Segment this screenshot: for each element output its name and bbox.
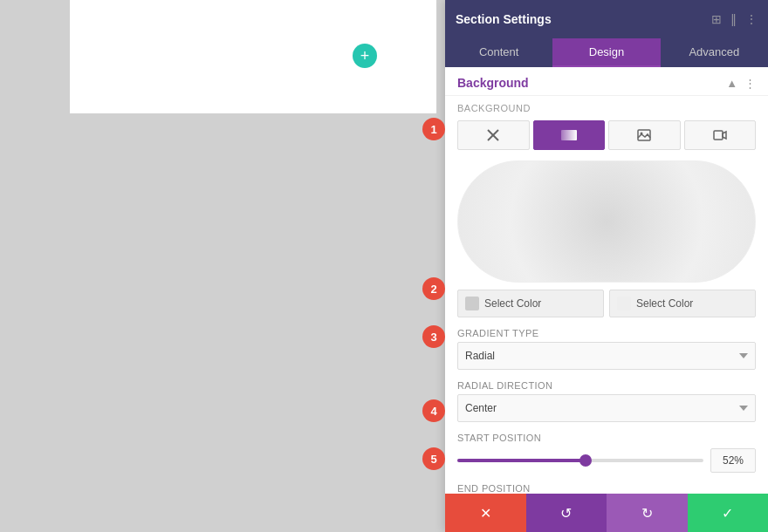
gradient-type-row: Gradient Type Radial Linear Conical (445, 323, 768, 375)
svg-rect-5 (714, 131, 723, 140)
gradient-type-select[interactable]: Radial Linear Conical (457, 342, 756, 370)
canvas-area: + (0, 0, 445, 532)
add-section-button[interactable]: + (353, 44, 377, 68)
panel-icon-grid[interactable]: ⊞ (711, 12, 722, 26)
color-select-right[interactable]: Select Color (609, 290, 756, 317)
start-position-input-row (457, 448, 756, 473)
radial-direction-select[interactable]: Center Top Left Top Right Bottom Left Bo… (457, 394, 756, 422)
start-position-value[interactable] (710, 448, 756, 473)
start-position-label: Start Position (457, 433, 756, 443)
badge-5: 5 (422, 447, 445, 470)
radial-direction-label: Radial Direction (457, 380, 756, 391)
tab-content[interactable]: Content (445, 38, 552, 67)
panel-icon-more[interactable]: ⋮ (745, 12, 758, 26)
gradient-type-label: Gradient Type (457, 328, 756, 338)
radial-direction-row: Radial Direction Center Top Left Top Rig… (445, 375, 768, 427)
badge-1: 1 (422, 118, 445, 140)
end-position-label: End Position (457, 483, 756, 494)
gradient-icon (561, 130, 577, 140)
panel-title: Section Settings (456, 12, 552, 26)
panel-header-icons: ⊞ ‖ ⋮ (711, 12, 758, 26)
start-position-thumb[interactable] (579, 454, 592, 467)
save-button[interactable]: ✓ (688, 494, 769, 532)
background-section-header: Background ▲ ⋮ (445, 67, 768, 96)
image-icon (637, 129, 651, 141)
reset-button[interactable]: ↺ (526, 494, 607, 532)
bg-type-none[interactable] (457, 120, 530, 150)
panel-header: Section Settings ⊞ ‖ ⋮ (445, 0, 768, 38)
bg-type-image[interactable] (608, 120, 681, 150)
section-header-actions: ▲ ⋮ (726, 77, 756, 90)
bg-type-gradient[interactable] (533, 120, 606, 150)
section-more-icon[interactable]: ⋮ (744, 77, 756, 90)
video-icon (713, 129, 727, 141)
bg-type-video[interactable] (684, 120, 757, 150)
tab-design[interactable]: Design (552, 38, 660, 67)
color-swatch-left (465, 297, 479, 310)
badge-4: 4 (422, 399, 445, 422)
tab-advanced[interactable]: Advanced (661, 38, 768, 67)
panel-tabs: Content Design Advanced (445, 38, 768, 67)
start-position-fill (457, 459, 586, 462)
color-select-row: Select Color Select Color (457, 290, 756, 317)
panel-footer: ✕ ↺ ↻ ✓ (445, 494, 768, 532)
badge-2: 2 (422, 277, 445, 300)
collapse-icon[interactable]: ▲ (726, 77, 737, 90)
panel-icon-columns[interactable]: ‖ (730, 12, 737, 26)
no-bg-icon (486, 128, 500, 142)
gradient-preview (457, 160, 756, 283)
canvas-white-block (70, 0, 436, 113)
start-position-row: Start Position (445, 427, 768, 478)
color-swatch-right (617, 297, 631, 310)
redo-button[interactable]: ↻ (607, 494, 688, 532)
section-settings-panel: Section Settings ⊞ ‖ ⋮ Content Design Ad… (445, 0, 768, 532)
panel-body: Background ▲ ⋮ Background (445, 67, 768, 494)
start-position-track[interactable] (457, 459, 703, 462)
end-position-row: End Position (445, 478, 768, 494)
bg-type-row (445, 117, 768, 153)
color-select-left[interactable]: Select Color (457, 290, 604, 317)
cancel-button[interactable]: ✕ (445, 494, 526, 532)
background-field-label: Background (445, 96, 768, 117)
badge-3: 3 (422, 325, 445, 348)
section-header-title: Background (457, 76, 529, 90)
svg-rect-2 (561, 130, 577, 140)
